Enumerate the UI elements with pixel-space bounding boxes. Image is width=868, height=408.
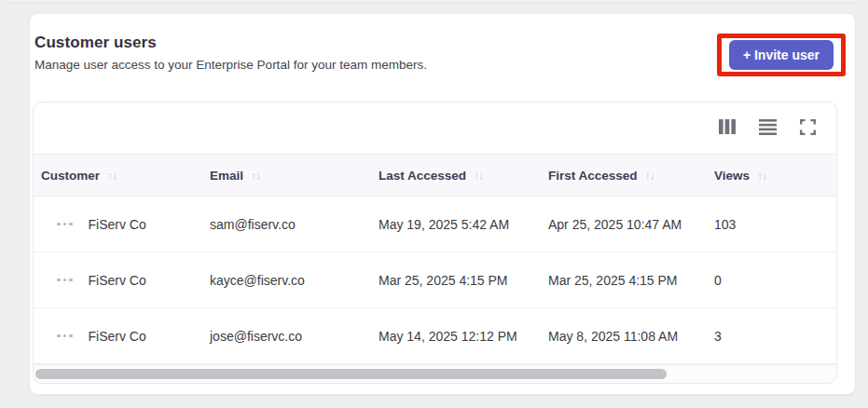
first-accessed-cell: Apr 25, 2025 10:47 AM [541,197,707,252]
page-title: Customer users [34,34,427,52]
column-label: Last Accessed [379,169,466,183]
email-cell: kayce@fiserv.co [202,252,371,308]
top-divider [9,3,859,4]
views-cell: 103 [707,197,836,252]
table-header-row: Customer↑↓ Email↑↓ Last Accessed↑↓ First… [34,155,836,197]
fullscreen-button[interactable] [798,119,817,138]
page-subtitle: Manage user access to your Enterprise Po… [34,58,427,72]
header-text-block: Customer users Manage user access to you… [34,34,427,72]
table-toolbar [34,102,836,154]
views-cell: 0 [707,252,836,308]
customer-users-card: Customer users Manage user access to you… [29,13,856,395]
users-table: Customer↑↓ Email↑↓ Last Accessed↑↓ First… [34,154,836,364]
last-accessed-cell: Mar 25, 2025 4:15 PM [371,252,541,308]
sort-icon: ↑↓ [474,170,483,183]
annotation-highlight-box: + Invite user [717,34,846,76]
sort-icon: ↑↓ [107,170,117,183]
fullscreen-icon [800,119,816,138]
first-accessed-cell: Mar 25, 2025 4:15 PM [541,252,707,308]
table-row: FiServ Co sam@fiserv.co May 19, 2025 5:4… [34,197,836,252]
customer-name: FiServ Co [89,217,146,232]
customer-cell: FiServ Co [34,308,202,364]
row-density-icon [759,119,777,138]
invite-user-button[interactable]: + Invite user [729,40,834,70]
sort-icon: ↑↓ [251,170,260,183]
column-header-views[interactable]: Views↑↓ [707,155,836,197]
column-header-email[interactable]: Email↑↓ [202,155,371,197]
columns-button[interactable] [718,119,737,138]
horizontal-scrollbar-thumb[interactable] [35,369,667,379]
column-label: First Accessed [548,169,638,183]
email-cell: jose@fiservc.co [202,308,371,364]
first-accessed-cell: May 8, 2025 11:08 AM [541,308,707,364]
customer-name: FiServ Co [89,273,146,288]
last-accessed-cell: May 19, 2025 5:42 AM [371,197,541,252]
row-actions-menu-icon[interactable] [57,331,73,342]
horizontal-scrollbar-track[interactable] [34,364,836,383]
table-row: FiServ Co kayce@fiserv.co Mar 25, 2025 4… [34,252,836,308]
card-header: Customer users Manage user access to you… [30,14,855,76]
column-header-last-accessed[interactable]: Last Accessed↑↓ [371,155,541,197]
email-cell: sam@fiserv.co [202,197,371,252]
column-header-first-accessed[interactable]: First Accessed↑↓ [541,155,707,197]
column-label: Views [714,169,750,183]
customer-cell: FiServ Co [34,252,202,308]
sort-icon: ↑↓ [757,170,766,183]
column-label: Email [210,169,243,183]
views-cell: 3 [707,308,836,364]
columns-icon [719,119,736,137]
last-accessed-cell: May 14, 2025 12:12 PM [371,308,541,364]
customer-cell: FiServ Co [34,197,202,252]
table-row: FiServ Co jose@fiservc.co May 14, 2025 1… [34,308,836,364]
row-actions-menu-icon[interactable] [57,219,73,230]
row-density-button[interactable] [758,119,777,138]
users-table-panel: Customer↑↓ Email↑↓ Last Accessed↑↓ First… [33,102,837,384]
sort-icon: ↑↓ [645,170,654,183]
row-actions-menu-icon[interactable] [57,275,73,286]
column-label: Customer [41,169,100,183]
customer-name: FiServ Co [89,329,146,344]
column-header-customer[interactable]: Customer↑↓ [34,155,202,197]
